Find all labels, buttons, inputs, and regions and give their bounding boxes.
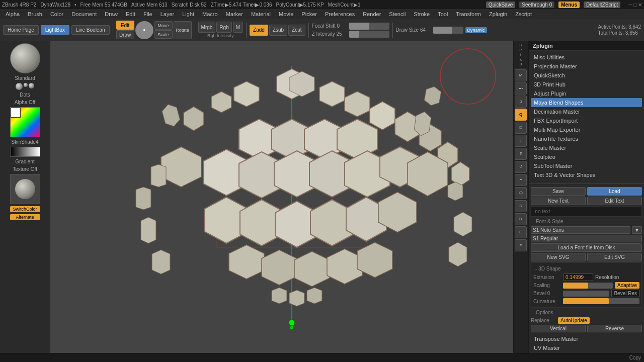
dots-icon-btn[interactable]: •••	[515, 82, 527, 95]
zcut-button[interactable]: Zcut	[288, 25, 305, 36]
menu-color[interactable]: Color	[47, 11, 67, 18]
zplugin-nanotile[interactable]: NanoTile Textures	[531, 134, 642, 143]
alpha-off-label[interactable]: Alpha Off	[15, 100, 36, 105]
menu-material[interactable]: Material	[248, 11, 274, 18]
new-text-button[interactable]: New Text	[531, 197, 586, 205]
gradient-preview[interactable]	[10, 147, 40, 157]
quicksave-button[interactable]: QuickSave	[486, 2, 515, 8]
dot-3[interactable]	[29, 83, 34, 88]
mat-icon-btn[interactable]: M	[515, 69, 527, 81]
texture-off-label[interactable]: Texture Off	[13, 166, 37, 172]
dot-2[interactable]	[24, 83, 28, 87]
font-name-select[interactable]: S1 Noto Sans	[531, 226, 630, 234]
z-intensity-slider[interactable]	[349, 31, 389, 38]
solo-icon-btn[interactable]: S	[515, 200, 527, 212]
rotate-icon-btn[interactable]: ↺	[515, 161, 527, 173]
zscale-icon-btn[interactable]: ⇕	[515, 148, 527, 160]
adaptive-button[interactable]: Adaptive	[615, 282, 639, 289]
menu-macro[interactable]: Macro	[199, 11, 221, 18]
zplugin-3dprint[interactable]: 3D Print Hub	[531, 80, 642, 89]
menu-stencil[interactable]: Stencil	[385, 11, 409, 18]
see-through-button[interactable]: Seethrough 0	[519, 2, 554, 8]
zplugin-projection[interactable]: Projection Master	[531, 62, 642, 71]
edit-svg-button[interactable]: Edit SVG	[587, 253, 642, 261]
new-svg-button[interactable]: New SVG	[531, 253, 586, 261]
zplugin-scale[interactable]: Scale Master	[531, 143, 642, 152]
load-font-button[interactable]: Load a Font file from Disk	[531, 243, 642, 252]
draw-button[interactable]: Draw	[116, 30, 134, 39]
menu-transform[interactable]: Transform	[452, 11, 485, 18]
texture-preview[interactable]	[10, 174, 40, 204]
save-button[interactable]: Save	[531, 187, 586, 196]
rgb-button[interactable]: Rgb	[216, 22, 231, 33]
zadd-button[interactable]: Zadd	[250, 25, 268, 36]
zplugin-adjust[interactable]: Adjust Plugin	[531, 89, 642, 98]
alpha-icon-btn[interactable]: α	[515, 96, 527, 108]
dyn-icon-btn[interactable]: D	[515, 213, 527, 225]
color-swatch[interactable]	[10, 107, 40, 137]
zplugin-subtool[interactable]: SubTool Master	[531, 161, 642, 170]
poly-icon-btn[interactable]: ⬡	[515, 187, 527, 199]
uv-master-item[interactable]: UV Master	[531, 343, 642, 352]
menu-draw[interactable]: Draw	[101, 11, 121, 18]
zplugin-multimap[interactable]: Multi Map Exporter	[531, 125, 642, 134]
mrgb-button[interactable]: Mrgb	[198, 22, 216, 33]
alternate-button[interactable]: Alternate	[10, 214, 40, 220]
zplugin-decimation[interactable]: Decimation Master	[531, 107, 642, 116]
frame-icon-btn[interactable]: ⊡	[515, 122, 527, 134]
menu-tool[interactable]: Tool	[434, 11, 451, 18]
line-fill-icon-btn[interactable]: ━	[515, 174, 527, 186]
edit-button[interactable]: Edit	[116, 21, 134, 30]
canvas-area[interactable]	[50, 41, 528, 353]
zplugin-maya-blend[interactable]: Maya Blend Shapes	[531, 98, 642, 107]
menu-marker[interactable]: Marker	[222, 11, 247, 18]
light-box-button[interactable]: LightBox	[41, 25, 69, 35]
zplugin-misc[interactable]: Misc Utilities	[531, 53, 642, 62]
load-button[interactable]: Load	[587, 187, 642, 196]
menu-render[interactable]: Render	[359, 11, 384, 18]
menu-document[interactable]: Document	[68, 11, 100, 18]
qyz-icon-btn[interactable]: Q	[515, 109, 527, 121]
menus-button[interactable]: Menus	[558, 2, 580, 8]
home-page-button[interactable]: Home Page	[3, 25, 39, 35]
bevel-slider[interactable]	[563, 291, 609, 297]
dynamic-label[interactable]: Dynamic	[465, 27, 487, 33]
font-style-select[interactable]: S1 Regular	[531, 235, 642, 242]
move-icon-btn[interactable]: ↕	[515, 135, 527, 147]
frame2-icon-btn[interactable]: □	[515, 226, 527, 238]
menu-edit[interactable]: Edit	[122, 11, 139, 18]
live-boolean-button[interactable]: Live Boolean	[71, 25, 110, 35]
menu-zscript[interactable]: Zscript	[512, 11, 535, 18]
menu-picker[interactable]: Picker	[298, 11, 320, 18]
menu-light[interactable]: Light	[179, 11, 198, 18]
zsub-button[interactable]: Zsub	[269, 25, 287, 36]
font-arrow[interactable]: ▼	[632, 226, 642, 234]
autoupdate-button[interactable]: AutoUpdate	[558, 317, 590, 324]
scaling-slider[interactable]	[563, 283, 613, 289]
rotate-button[interactable]: Rotate	[174, 21, 192, 39]
edit-text-button[interactable]: Edit Text	[587, 197, 642, 205]
zbrush-photoshop-item[interactable]: ZBrush To Photoshop	[531, 352, 642, 353]
menu-movie[interactable]: Movie	[275, 11, 297, 18]
default-script-button[interactable]: DefaultZScript	[584, 2, 620, 8]
menu-stroke[interactable]: Stroke	[410, 11, 433, 18]
material-preview[interactable]	[10, 43, 40, 73]
m-button[interactable]: M	[233, 22, 243, 33]
scale-button[interactable]: Scale	[154, 30, 173, 39]
spore-icon-btn[interactable]: ✦	[515, 239, 527, 251]
zplugin-text3d[interactable]: Text 3D & Vector Shapes	[531, 170, 642, 179]
vertical-button[interactable]: Vertical	[531, 325, 586, 332]
menu-layer[interactable]: Layer	[157, 11, 178, 18]
zplugin-fbx[interactable]: FBX ExportImport	[531, 116, 642, 125]
menu-zplugin[interactable]: Zplugin	[486, 11, 511, 18]
zplugin-sculpteo[interactable]: Sculpteo	[531, 152, 642, 161]
zplugin-quicksketch[interactable]: QuickSketch	[531, 71, 642, 80]
brush-preview[interactable]: ●	[135, 21, 153, 39]
menu-file[interactable]: File	[140, 11, 156, 18]
move-button[interactable]: Move	[154, 21, 173, 30]
menu-preferences[interactable]: Preferences	[321, 11, 358, 18]
dot-1[interactable]	[16, 83, 23, 90]
reverse-button[interactable]: Reverse	[587, 325, 642, 332]
transpose-master-item[interactable]: Transpose Master	[531, 334, 642, 343]
focal-shift-slider[interactable]	[349, 23, 389, 30]
